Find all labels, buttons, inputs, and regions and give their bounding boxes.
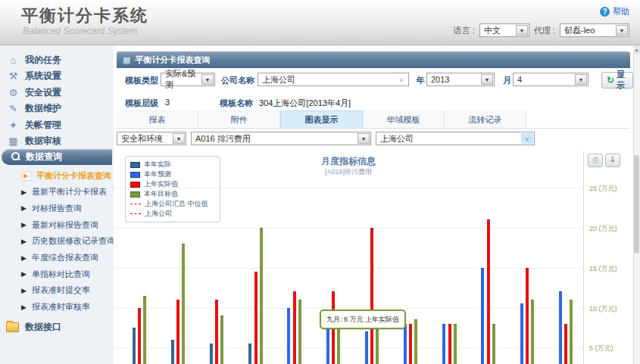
sidebar-item-5[interactable]: ✦关帐管理 — [8, 117, 110, 132]
chevron-down-icon[interactable]: ▼ — [173, 133, 185, 144]
bar-本年预测-七月[interactable] — [365, 331, 368, 364]
grid-icon: ▦ — [123, 55, 130, 65]
sidebar-item-6[interactable]: ▦数据审核 — [8, 134, 110, 149]
sidebar-item-2[interactable]: ⚒系统设置 — [8, 69, 110, 84]
bar-本年目标值-九月[interactable] — [454, 324, 457, 364]
tab-2[interactable]: 附件 — [198, 110, 280, 128]
triangle-bullet-icon: ▶ — [21, 204, 27, 212]
bar-上年实际值-十二月[interactable] — [564, 324, 567, 364]
bar-本年目标值-六月[interactable] — [337, 328, 340, 364]
bar-上年实际值-十一月[interactable] — [526, 268, 529, 364]
sidebar-subitem-label: 对标报告查询 — [32, 203, 82, 214]
scrollbar-thumb[interactable] — [634, 155, 639, 254]
sidebar-item-data-interface[interactable]: 数据接口 — [6, 319, 108, 334]
bar-上年实际值-九月[interactable] — [448, 324, 451, 364]
app-subtitle: Balanced Scorecard System — [23, 26, 137, 36]
bar-本年预测-十一月[interactable] — [520, 303, 523, 364]
sidebar-subitem-label: 报表准时提交率 — [32, 285, 90, 296]
chevron-down-icon[interactable]: ˅ — [521, 133, 533, 144]
sidebar-item-4[interactable]: ✎数据维护 — [8, 101, 110, 117]
bar-上年实际值-五月[interactable] — [293, 291, 296, 364]
bar-本年目标值-二月[interactable] — [182, 244, 185, 364]
agent-select[interactable]: 郁磊-leo ▼ — [560, 23, 629, 37]
sidebar-subitem-1[interactable]: ▶平衡计分卡报表查询 — [21, 169, 112, 182]
chevron-down-icon[interactable]: ▼ — [357, 133, 370, 144]
bar-本年预测-五月[interactable] — [287, 308, 290, 364]
key-icon: ✦ — [8, 120, 19, 131]
sidebar-subitem-9[interactable]: ▶报表准时审核率 — [21, 300, 112, 314]
bar-本年预测-九月[interactable] — [442, 324, 445, 364]
app-header: 平衡计分卡系统 Balanced Scorecard System ? 帮助 语… — [0, 0, 640, 45]
language-select[interactable]: 中文 ▼ — [479, 23, 529, 37]
month-select[interactable]: 4 ▼ — [513, 73, 588, 86]
year-select[interactable]: 2013 ▼ — [426, 73, 495, 86]
template-type-select[interactable]: 实际&预测 ▼ — [161, 73, 215, 86]
legend-label: 本年目标值 — [144, 189, 178, 199]
export-icon[interactable]: ⇩ — [605, 154, 620, 167]
bar-本年目标值-十月[interactable] — [492, 324, 495, 364]
bar-本年实际-一月[interactable] — [133, 328, 136, 364]
sidebar-subitem-8[interactable]: ▶报表准时提交率 — [21, 284, 112, 297]
sidebar-item-label: 数据接口 — [25, 321, 61, 334]
sidebar-subitem-2[interactable]: ▶最新平衡计分卡报表 — [21, 185, 112, 199]
display-button[interactable]: ↻ 显示 — [601, 72, 633, 89]
sidebar-subitem-4[interactable]: ▶最新对标报告查询 — [21, 218, 112, 232]
legend-label: 本年实际 — [144, 160, 171, 170]
sidebar-subitem-3[interactable]: ▶对标报告查询 — [21, 201, 112, 215]
filter-select-3[interactable]: 上海公司˅ — [376, 132, 535, 145]
print-icon[interactable]: ⎙ — [588, 154, 603, 167]
scroll-up-arrow-icon[interactable]: ▲ — [633, 45, 640, 54]
chevron-down-icon[interactable]: ▼ — [201, 74, 214, 85]
bar-上年实际值-八月[interactable] — [409, 324, 412, 364]
bar-本年实际-二月[interactable] — [171, 340, 174, 364]
filter-select-2[interactable]: A016 排污费用▼ — [191, 132, 371, 145]
vertical-scrollbar[interactable]: ▲ — [633, 45, 640, 364]
tab-3[interactable]: 图表显示 — [280, 110, 363, 128]
sidebar-subitem-5[interactable]: ▶历史数据修改记录查询 — [21, 235, 112, 248]
bar-本年实际-四月[interactable] — [248, 344, 251, 364]
bar-本年目标值-八月[interactable] — [414, 319, 417, 364]
legend-swatch-icon — [130, 172, 140, 178]
tab-4[interactable]: 华域模板 — [363, 110, 445, 128]
bar-上年实际值-一月[interactable] — [138, 308, 141, 364]
sidebar-subitem-label: 最新对标报告查询 — [32, 219, 98, 231]
company-select[interactable]: 上海公司 ˅ — [258, 73, 409, 86]
legend-dashed-line-icon — [130, 204, 141, 204]
sidebar-item-3[interactable]: ⚙安全设置 — [8, 85, 110, 100]
bar-本年目标值-十二月[interactable] — [570, 300, 573, 364]
tab-5[interactable]: 流转记录 — [445, 110, 526, 128]
help-link[interactable]: ? 帮助 — [600, 6, 629, 17]
balanced-scorecard-app: 平衡计分卡系统 Balanced Scorecard System ? 帮助 语… — [0, 0, 640, 364]
chevron-down-icon[interactable]: ▼ — [616, 25, 628, 36]
bar-本年实际-三月[interactable] — [210, 344, 213, 364]
chevron-down-icon[interactable]: ▼ — [575, 74, 587, 85]
bar-上年实际值-四月[interactable] — [254, 272, 258, 364]
bar-本年预测-八月[interactable] — [404, 324, 407, 364]
bar-上年实际值-三月[interactable] — [215, 300, 218, 364]
bar-本年预测-六月[interactable] — [326, 328, 329, 364]
sidebar-item-data-query[interactable]: 数据查询 — [2, 149, 112, 165]
bar-本年目标值-一月[interactable] — [143, 296, 146, 364]
bar-本年目标值-五月[interactable] — [298, 300, 301, 364]
chevron-down-icon[interactable]: ▼ — [481, 74, 493, 85]
bar-上年实际值-十月[interactable] — [487, 219, 490, 364]
chevron-down-icon[interactable]: ˅ — [395, 74, 407, 85]
sidebar-item-1[interactable]: ⌂我的任务 — [8, 52, 110, 67]
panel-title: 平衡计分卡报表查询 — [135, 54, 210, 66]
bar-本年预测-十二月[interactable] — [559, 291, 562, 364]
chevron-down-icon[interactable]: ▼ — [516, 25, 528, 36]
bar-本年目标值-三月[interactable] — [220, 316, 223, 364]
legend-label: 上海公司 — [145, 209, 172, 219]
sidebar-subitem-7[interactable]: ▶单指标对比查询 — [21, 267, 112, 281]
bar-本年预测-十月[interactable] — [481, 268, 484, 364]
triangle-bullet-icon: ▶ — [21, 303, 27, 311]
tab-1[interactable]: 报表 — [117, 110, 198, 128]
bar-上年实际值-七月[interactable] — [370, 228, 373, 364]
bar-本年目标值-十一月[interactable] — [531, 300, 534, 364]
sidebar-subitem-label: 报表准时审核率 — [32, 301, 90, 313]
help-icon: ? — [600, 7, 610, 17]
sidebar-subitem-6[interactable]: ▶年度综合报表查询 — [21, 251, 112, 265]
filter-select-1[interactable]: 安全和环境▼ — [117, 132, 186, 145]
bar-本年目标值-四月[interactable] — [260, 228, 263, 364]
bar-上年实际值-二月[interactable] — [176, 300, 180, 364]
